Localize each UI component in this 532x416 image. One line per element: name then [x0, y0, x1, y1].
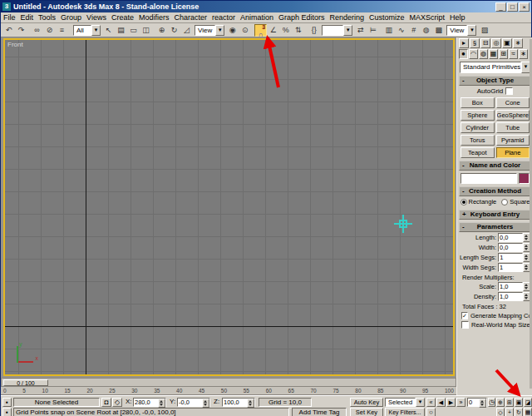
spinner-snap-icon[interactable]: ⇅ — [292, 24, 304, 37]
chevron-down-icon[interactable]: ▼ — [91, 25, 101, 36]
maximize-viewport-toggle-icon[interactable]: ▦ — [524, 408, 532, 416]
object-type-button[interactable]: Tube — [496, 122, 530, 133]
render-type-dropdown[interactable]: View▼ — [446, 25, 476, 36]
snap-toggle-3d-button[interactable]: ∩3 — [254, 24, 267, 37]
rectangular-selection-region-icon[interactable]: ▭ — [127, 24, 140, 37]
density-field[interactable]: 1,0 — [498, 292, 523, 301]
object-type-button[interactable]: Pyramid — [496, 135, 530, 146]
category-space-warps-icon[interactable]: ≈ — [509, 49, 518, 59]
select-by-name-icon[interactable]: ▤ — [115, 24, 127, 37]
zoom-all-icon[interactable]: ⊞ — [505, 398, 514, 407]
object-type-button[interactable]: GeoSphere — [496, 110, 530, 121]
creation-method-radio[interactable]: Rectangle — [461, 198, 497, 206]
select-and-rotate-icon[interactable]: ↻ — [168, 24, 180, 37]
menu-item[interactable]: Animation — [238, 13, 276, 22]
key-filters-button[interactable]: Key Filters... — [385, 408, 425, 416]
menu-item[interactable]: MAXScript — [407, 13, 448, 22]
layer-manager-icon[interactable]: ▥ — [382, 24, 395, 37]
y-spinner[interactable] — [202, 399, 209, 408]
previous-frame-button[interactable]: ◀ — [436, 398, 446, 407]
arc-rotate-icon[interactable]: ↻ — [515, 408, 523, 416]
menu-item[interactable]: Customize — [367, 13, 407, 22]
frame-spinner[interactable] — [479, 399, 486, 408]
viewport-front[interactable]: Front x y — [3, 38, 455, 376]
creation-method-radio[interactable]: Square — [501, 198, 530, 206]
tab-utilities-icon[interactable]: ∗ — [513, 38, 523, 48]
length-field[interactable]: 0,0 — [498, 233, 523, 242]
mirror-icon[interactable]: ⇄ — [354, 24, 367, 37]
pan-icon[interactable]: + — [505, 408, 514, 416]
title-bar[interactable]: 3 Untitled - Autodesk 3ds Max 8 - Stand-… — [1, 1, 531, 12]
menu-item[interactable]: Help — [447, 13, 468, 22]
chevron-down-icon[interactable]: ▼ — [215, 25, 224, 36]
chevron-down-icon[interactable]: ▼ — [343, 25, 352, 36]
schematic-view-icon[interactable]: # — [407, 24, 420, 37]
named-selection-set-dropdown[interactable]: ▼ — [322, 25, 352, 36]
category-cameras-icon[interactable]: ▦ — [489, 49, 498, 59]
menu-item[interactable]: Character — [171, 13, 209, 22]
key-mode-toggle-icon[interactable]: ○ — [426, 408, 436, 416]
rollout-parameters[interactable]: -Parameters — [459, 222, 531, 232]
object-type-button[interactable]: Teapot — [461, 147, 495, 158]
edit-named-selections-icon[interactable]: {} — [308, 24, 320, 37]
material-editor-icon[interactable]: ◍ — [420, 24, 432, 37]
object-type-button[interactable]: Cylinder — [461, 122, 495, 133]
percent-snap-icon[interactable]: % — [279, 24, 292, 37]
chevron-down-icon[interactable]: ▼ — [416, 398, 425, 407]
quick-render-icon[interactable]: ▨ — [478, 24, 490, 37]
go-to-end-button[interactable]: » — [456, 398, 466, 407]
time-slider-track[interactable]: 0 / 100 — [1, 378, 456, 387]
autogrid-checkbox[interactable] — [505, 87, 513, 95]
add-time-tag-field[interactable]: Add Time Tag — [292, 408, 347, 416]
viewport-label[interactable]: Front — [7, 41, 23, 48]
z-spinner[interactable] — [247, 399, 254, 408]
unlink-selection-icon[interactable]: ⊘ — [43, 24, 56, 37]
play-button[interactable]: ▶ — [446, 398, 456, 407]
y-coord-field[interactable]: -0,0 — [177, 398, 210, 407]
rollout-object-type[interactable]: -Object Type — [459, 76, 531, 86]
menu-item[interactable]: Graph Editors — [276, 13, 328, 22]
menu-item[interactable]: reactor — [209, 13, 238, 22]
tab-hierarchy-icon[interactable]: ⊟ — [480, 38, 490, 48]
field-of-view-icon[interactable]: ◇ — [496, 408, 505, 416]
mini-listener-icon[interactable]: ▪ — [2, 408, 12, 416]
bind-to-space-warp-icon[interactable]: ≡ — [56, 24, 68, 37]
menu-item[interactable]: Edit — [18, 13, 37, 22]
z-coord-field[interactable]: 100,0 — [222, 398, 255, 407]
generate-mapping-checkbox[interactable]: ✓ — [461, 312, 468, 319]
rollout-name-and-color[interactable]: -Name and Color — [459, 161, 531, 171]
scale-field[interactable]: 1,0 — [498, 282, 523, 291]
menu-item[interactable]: Create — [109, 13, 136, 22]
zoom-icon[interactable]: ⊕ — [496, 398, 505, 407]
zoom-extents-all-icon[interactable]: ◪ — [524, 398, 532, 407]
chevron-down-icon[interactable]: ▼ — [467, 25, 476, 36]
object-type-button[interactable]: Plane — [496, 147, 530, 158]
auto-key-button[interactable]: Auto Key — [350, 398, 383, 407]
tab-modify-icon[interactable]: § — [470, 38, 480, 48]
track-bar[interactable]: 0510152025303540455055606570758085909510… — [1, 387, 456, 395]
x-spinner[interactable] — [158, 399, 165, 408]
category-geometry-icon[interactable]: ● — [459, 49, 468, 59]
menu-item[interactable]: Rendering — [328, 13, 367, 22]
object-type-button[interactable]: Torus — [461, 135, 495, 146]
reference-coordinate-system-dropdown[interactable]: View▼ — [195, 25, 224, 36]
select-and-manipulate-icon[interactable]: ⊙ — [239, 24, 251, 37]
length-segs-field[interactable]: 1 — [498, 253, 523, 262]
redo-icon[interactable]: ↷ — [15, 24, 27, 37]
tab-display-icon[interactable]: ▣ — [502, 38, 512, 48]
angle-snap-icon[interactable]: ∠ — [267, 24, 279, 37]
align-icon[interactable]: ⊨ — [367, 24, 379, 37]
menu-item[interactable]: Group — [58, 13, 84, 22]
select-and-move-icon[interactable]: ⊕ — [155, 24, 168, 37]
minimize-button[interactable]: _ — [495, 2, 506, 12]
menu-item[interactable]: File — [1, 13, 18, 22]
curve-editor-icon[interactable]: ∿ — [395, 24, 407, 37]
current-frame-field[interactable]: 0 — [467, 398, 487, 407]
go-to-start-button[interactable]: « — [426, 398, 436, 407]
tab-create-icon[interactable]: ▸ — [459, 38, 469, 48]
use-pivot-center-icon[interactable]: ◉ — [226, 24, 239, 37]
key-mode-dropdown[interactable]: Selected▼ — [385, 398, 425, 407]
category-lights-icon[interactable]: ◍ — [479, 49, 488, 59]
close-button[interactable]: × — [519, 2, 530, 12]
render-scene-icon[interactable]: ▩ — [432, 24, 445, 37]
